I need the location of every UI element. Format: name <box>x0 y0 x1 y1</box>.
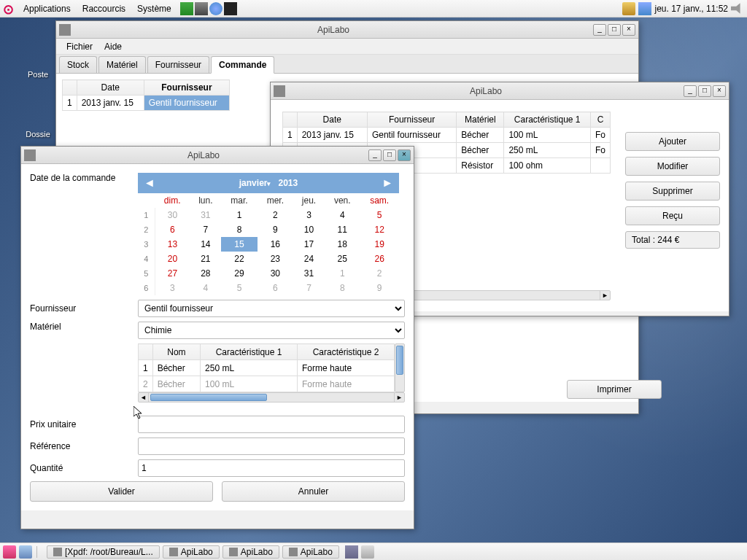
th-n[interactable] <box>139 344 153 360</box>
supprimer-button[interactable]: Supprimer <box>625 182 720 201</box>
th-c1[interactable]: Caractéristique 1 <box>201 344 298 360</box>
menu-applications[interactable]: Applications <box>18 2 77 15</box>
maximize-button[interactable]: □ <box>608 24 621 36</box>
terminal-icon[interactable] <box>224 2 237 15</box>
task-apilabo-3[interactable]: ApiLabo <box>282 545 339 559</box>
label-date: Date de la commande <box>30 173 132 183</box>
tab-commande[interactable]: Commande <box>211 56 274 74</box>
cal-prev-icon[interactable]: ◄ <box>144 176 155 190</box>
minimize-button[interactable]: _ <box>684 85 697 97</box>
total-label: Total : 244 € <box>625 231 720 249</box>
window-icon <box>169 548 178 556</box>
notify-icon[interactable] <box>622 2 635 15</box>
cell-n: 1 <box>63 96 77 111</box>
task-apilabo-2[interactable]: ApiLabo <box>222 545 279 559</box>
scrollbar-vertical[interactable] <box>395 343 405 392</box>
imprimer-button[interactable]: Imprimer <box>567 380 662 399</box>
close-button[interactable]: × <box>398 149 411 161</box>
window-title: ApiLabo <box>74 25 593 35</box>
scroll-thumb[interactable] <box>150 394 267 401</box>
quantite-input[interactable] <box>138 459 405 477</box>
maximize-button[interactable]: □ <box>698 85 711 97</box>
materiel-table[interactable]: Nom Caractéristique 1 Caractéristique 2 … <box>138 343 395 392</box>
scroll-left-icon[interactable]: ◄ <box>139 393 149 402</box>
window-title: ApiLabo <box>39 150 368 160</box>
tab-materiel[interactable]: Matériel <box>98 56 146 73</box>
desktop-icon-dossier[interactable]: Dossie <box>15 130 61 139</box>
menu-fichier[interactable]: Fichier <box>62 40 97 53</box>
cal-next-icon[interactable]: ► <box>382 176 393 190</box>
desktop-icon-poste[interactable]: Poste <box>15 70 61 79</box>
menu-systeme[interactable]: Système <box>131 2 177 15</box>
table-row[interactable]: 1 Bécher 250 mL Forme haute <box>139 360 395 376</box>
th-c[interactable]: C <box>590 112 610 128</box>
scroll-right-icon[interactable]: ► <box>394 393 404 402</box>
menu-raccourcis[interactable]: Raccourcis <box>77 2 131 15</box>
th-n[interactable] <box>63 80 77 96</box>
volume-icon[interactable] <box>731 2 744 15</box>
task-xpdf[interactable]: [Xpdf: /root/Bureau/L... <box>47 545 160 559</box>
menubar: Fichier Aide <box>56 39 638 55</box>
table-row[interactable]: 2 Bécher 100 mL Forme haute <box>139 376 395 392</box>
th-fournisseur[interactable]: Fournisseur <box>367 112 456 128</box>
app-icon <box>24 149 36 161</box>
clock[interactable]: jeu. 17 janv., 11:52 <box>654 4 728 14</box>
tab-fournisseur[interactable]: Fournisseur <box>147 56 209 73</box>
ajouter-button[interactable]: Ajouter <box>625 132 720 151</box>
label-materiel: Matériel <box>30 322 132 332</box>
minimize-button[interactable]: _ <box>368 149 382 161</box>
th-c2[interactable]: Caractéristique 2 <box>298 344 395 360</box>
valider-button[interactable]: Valider <box>30 481 213 502</box>
calendar-widget[interactable]: ◄ janvier▾ 2013 ► dim. lun. mar. mer. je… <box>138 173 399 295</box>
combo-materiel[interactable]: Chimie <box>138 322 405 339</box>
show-desktop-icon[interactable] <box>19 545 32 559</box>
action-buttons: Ajouter Modifier Supprimer Reçu Total : … <box>625 132 720 249</box>
cal-selected-day[interactable]: 15 <box>221 237 257 252</box>
debian-logo-icon: ⊙ <box>3 1 18 16</box>
th-n[interactable] <box>283 112 298 128</box>
tab-stock[interactable]: Stock <box>59 56 97 73</box>
reference-input[interactable] <box>138 438 405 455</box>
cal-month[interactable]: janvier <box>239 178 268 188</box>
close-button[interactable]: × <box>713 85 726 97</box>
task-apilabo-1[interactable]: ApiLabo <box>163 545 220 559</box>
panel-launcher-icon[interactable] <box>3 545 16 559</box>
th-nom[interactable]: Nom <box>152 344 200 360</box>
menu-aide[interactable]: Aide <box>100 40 126 53</box>
bottom-panel: [Xpdf: /root/Bureau/L... ApiLabo ApiLabo… <box>0 542 747 560</box>
combo-fournisseur[interactable]: Gentil fournisseur <box>138 300 405 317</box>
prix-input[interactable] <box>138 416 405 433</box>
th-date[interactable]: Date <box>77 80 144 96</box>
calc-icon[interactable] <box>195 2 208 15</box>
scroll-right-icon[interactable]: ► <box>600 291 610 300</box>
titlebar[interactable]: ApiLabo _ □ × <box>21 147 414 164</box>
titlebar[interactable]: ApiLabo _ □ × <box>56 21 638 39</box>
recu-button[interactable]: Reçu <box>625 206 720 225</box>
window-icon <box>289 548 298 556</box>
window-apilabo-form: ApiLabo _ □ × Date de la commande ◄ janv… <box>20 146 414 529</box>
maximize-button[interactable]: □ <box>383 149 396 161</box>
modifier-button[interactable]: Modifier <box>625 157 720 176</box>
minimize-button[interactable]: _ <box>593 24 606 36</box>
window-title: ApiLabo <box>288 86 684 96</box>
th-date[interactable]: Date <box>297 112 367 128</box>
th-fournisseur[interactable]: Fournisseur <box>144 80 229 96</box>
monitor-icon[interactable] <box>180 2 193 15</box>
cal-year[interactable]: 2013 <box>279 178 298 188</box>
scrollbar-horizontal[interactable]: ◄ ► <box>138 392 405 402</box>
cell-date: 2013 janv. 15 <box>77 96 144 111</box>
th-materiel[interactable]: Matériel <box>457 112 504 128</box>
globe-icon[interactable] <box>209 2 222 15</box>
network-icon[interactable] <box>638 2 651 15</box>
workspace-switcher-icon[interactable] <box>345 545 358 559</box>
table-row[interactable]: 1 2013 janv. 15 Gentil fournisseur Béche… <box>283 128 611 143</box>
commande-table[interactable]: Date Fournisseur 1 2013 janv. 15 Gentil … <box>62 79 230 111</box>
annuler-button[interactable]: Annuler <box>222 481 405 502</box>
titlebar[interactable]: ApiLabo _ □ × <box>271 82 729 100</box>
close-button[interactable]: × <box>622 24 635 36</box>
th-caracteristique[interactable]: Caractéristique 1 <box>504 112 591 128</box>
table-row[interactable]: 1 2013 janv. 15 Gentil fournisseur <box>63 96 230 111</box>
label-quantite: Quantité <box>30 463 132 473</box>
label-fournisseur: Fournisseur <box>30 303 132 314</box>
trash-icon[interactable] <box>361 545 374 559</box>
